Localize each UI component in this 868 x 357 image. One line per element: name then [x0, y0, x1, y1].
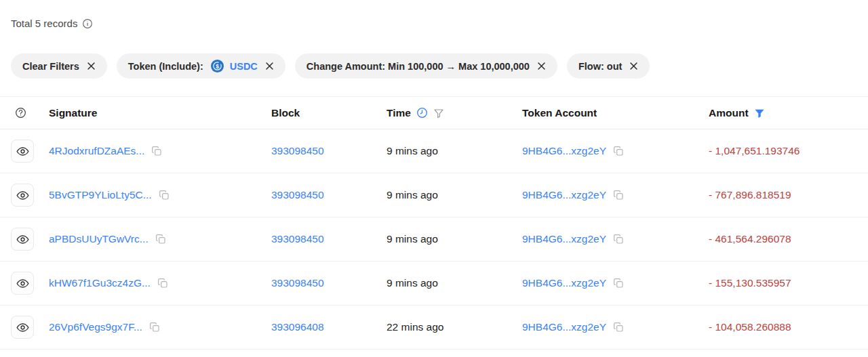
table-row: aPBDsUUyTGwVrc... 393098450 9 mins ago 9…	[0, 217, 868, 261]
table-row: 5BvGTP9YLioLty5C... 393098450 9 mins ago…	[0, 173, 868, 217]
filter-chips-row: Clear Filters Token (Include): $ USDC Ch…	[11, 54, 857, 79]
table-row: 4RJodxrufDZaAEs... 393098450 9 mins ago …	[0, 129, 868, 173]
eye-icon[interactable]	[11, 316, 34, 339]
copy-icon[interactable]	[613, 190, 624, 201]
change-amount-filter-label: Change Amount: Min 100,000 → Max 10,000,…	[307, 61, 530, 72]
filter-filled-icon[interactable]	[754, 108, 765, 119]
change-amount-filter-chip[interactable]: Change Amount: Min 100,000 → Max 10,000,…	[295, 54, 557, 79]
column-header-block: Block	[271, 107, 387, 119]
eye-icon[interactable]	[11, 184, 34, 207]
signature-link[interactable]: 5BvGTP9YLioLty5C...	[49, 189, 152, 201]
token-account-link[interactable]: 9HB4G6...xzg2eY	[522, 233, 606, 245]
time-value: 9 mins ago	[387, 145, 438, 157]
close-icon[interactable]	[537, 62, 546, 70]
block-link[interactable]: 393098450	[271, 233, 324, 245]
time-value: 22 mins ago	[387, 321, 443, 333]
column-header-amount: Amount	[709, 107, 868, 119]
signature-link[interactable]: 4RJodxrufDZaAEs...	[49, 145, 144, 157]
amount-value: - 1,047,651.193746	[709, 145, 800, 157]
amount-value: - 104,058.260888	[709, 321, 791, 333]
amount-value: - 767,896.818519	[709, 189, 791, 201]
column-header-time: Time	[387, 107, 522, 119]
token-account-link[interactable]: 9HB4G6...xzg2eY	[522, 189, 606, 201]
block-link[interactable]: 393098450	[271, 189, 324, 201]
time-value: 9 mins ago	[387, 277, 438, 289]
help-icon[interactable]	[15, 107, 49, 119]
clear-filters-label: Clear Filters	[22, 61, 79, 72]
svg-text:$: $	[216, 63, 219, 70]
table-row: 26Vp6fVegs9gx7F... 393096408 22 mins ago…	[0, 306, 868, 350]
transfers-page: Total 5 records Clear Filters Token (Inc…	[0, 0, 868, 357]
copy-icon[interactable]	[613, 278, 624, 289]
close-icon[interactable]	[265, 62, 274, 70]
eye-icon[interactable]	[11, 140, 34, 163]
copy-icon[interactable]	[151, 146, 162, 156]
block-link[interactable]: 393098450	[271, 145, 324, 157]
transfers-table: Signature Block Time	[0, 96, 868, 350]
info-icon[interactable]	[82, 18, 93, 29]
time-value: 9 mins ago	[387, 233, 438, 245]
eye-icon[interactable]	[11, 228, 34, 251]
token-filter-prefix: Token (Include):	[128, 61, 203, 72]
time-value: 9 mins ago	[387, 189, 438, 201]
copy-icon[interactable]	[149, 322, 160, 333]
block-link[interactable]: 393098450	[271, 277, 324, 289]
copy-icon[interactable]	[155, 234, 166, 245]
token-account-link[interactable]: 9HB4G6...xzg2eY	[522, 321, 606, 333]
signature-link[interactable]: 26Vp6fVegs9gx7F...	[49, 321, 142, 333]
flow-filter-chip[interactable]: Flow: out	[567, 54, 650, 79]
block-link[interactable]: 393096408	[271, 321, 324, 333]
usdc-icon: $	[211, 60, 224, 72]
table-row: kHW67f1Gu3cz4zG... 393098450 9 mins ago …	[0, 261, 868, 306]
clear-filters-chip[interactable]: Clear Filters	[11, 54, 107, 79]
token-filter-symbol: USDC	[230, 61, 258, 72]
close-icon[interactable]	[629, 62, 638, 70]
clock-icon[interactable]	[416, 107, 428, 119]
copy-icon[interactable]	[613, 234, 624, 245]
column-header-signature: Signature	[49, 107, 271, 119]
flow-filter-label: Flow: out	[578, 61, 622, 72]
token-account-link[interactable]: 9HB4G6...xzg2eY	[522, 277, 606, 289]
table-header-row: Signature Block Time	[0, 96, 868, 129]
amount-value: - 155,130.535957	[709, 277, 791, 289]
signature-link[interactable]: aPBDsUUyTGwVrc...	[49, 233, 149, 245]
amount-value: - 461,564.296078	[709, 233, 791, 245]
filter-outline-icon[interactable]	[433, 108, 444, 119]
total-records-label: Total 5 records	[11, 18, 77, 29]
eye-icon[interactable]	[11, 272, 34, 295]
token-account-link[interactable]: 9HB4G6...xzg2eY	[522, 145, 606, 157]
copy-icon[interactable]	[159, 190, 170, 201]
signature-link[interactable]: kHW67f1Gu3cz4zG...	[49, 277, 151, 289]
copy-icon[interactable]	[157, 278, 168, 289]
token-filter-chip[interactable]: Token (Include): $ USDC	[117, 54, 285, 79]
copy-icon[interactable]	[613, 322, 624, 333]
copy-icon[interactable]	[613, 146, 624, 156]
records-summary: Total 5 records	[0, 0, 868, 29]
column-header-token-account: Token Account	[522, 107, 709, 119]
close-icon[interactable]	[87, 62, 96, 70]
